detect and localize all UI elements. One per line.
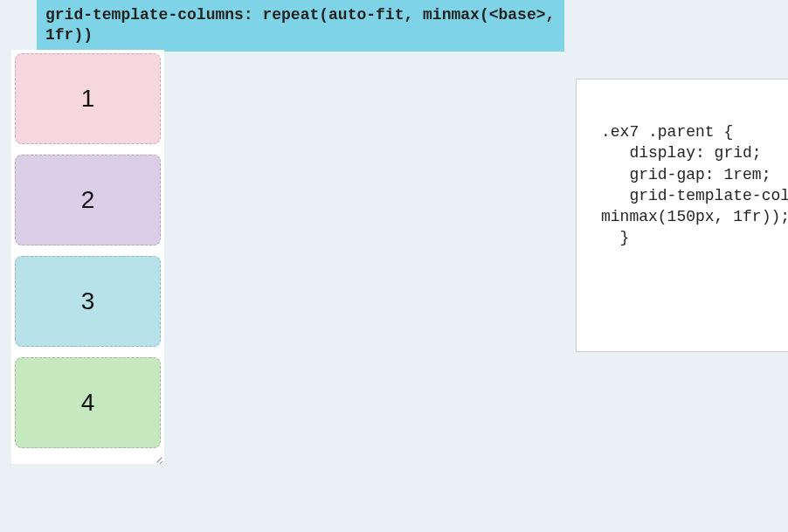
grid-item-2: 2 bbox=[15, 155, 161, 245]
code-panel: .ex7 .parent { display: grid; grid-gap: … bbox=[576, 79, 788, 352]
resize-handle-icon[interactable] bbox=[152, 452, 164, 464]
demo-grid: 1 2 3 4 bbox=[15, 53, 161, 448]
grid-item-4: 4 bbox=[15, 357, 161, 448]
demo-resizable-container[interactable]: 1 2 3 4 bbox=[11, 50, 164, 464]
grid-item-1: 1 bbox=[15, 53, 161, 144]
header-code-snippet: grid-template-columns: repeat(auto-fit, … bbox=[37, 0, 564, 52]
css-code-block: .ex7 .parent { display: grid; grid-gap: … bbox=[601, 121, 788, 249]
grid-item-3: 3 bbox=[15, 256, 161, 347]
